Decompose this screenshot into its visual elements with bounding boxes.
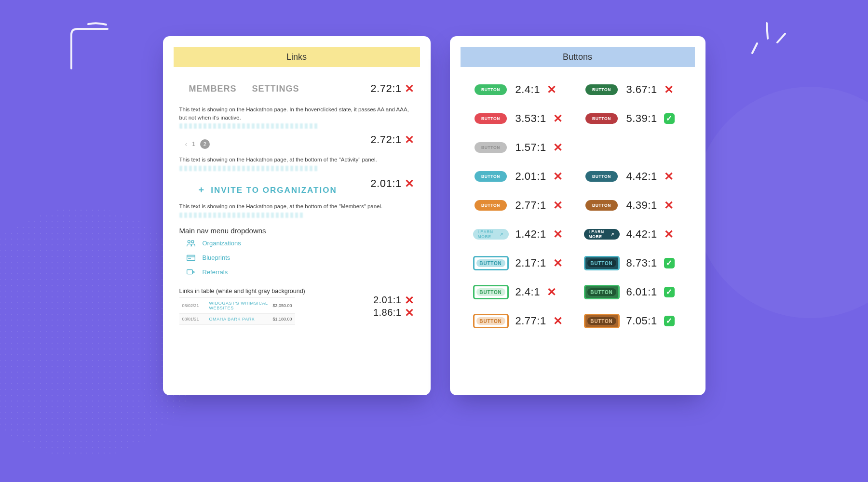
table-price: $1,180.00 <box>272 317 292 321</box>
fail-icon: ✕ <box>405 134 414 146</box>
table-date: 08/02/21 <box>182 303 205 308</box>
fail-icon: ✕ <box>664 171 674 182</box>
button-swatch-cell: LEARN MORE4.42:1✕ <box>584 226 682 242</box>
pager-page-1[interactable]: 1 <box>192 141 195 147</box>
fail-icon: ✕ <box>553 315 563 327</box>
contrast-ratio: 2.01:1 <box>515 170 546 183</box>
nav-icon <box>186 268 196 276</box>
sample-button[interactable]: BUTTON <box>475 200 507 211</box>
fail-icon: ✕ <box>553 200 563 211</box>
buttons-card: Buttons BUTTON2.4:1✕BUTTON3.67:1✕BUTTON3… <box>450 36 705 395</box>
sample-button[interactable]: BUTTON <box>585 171 618 182</box>
table-ratio: 2.01:1 <box>373 295 402 306</box>
invite-label: INVITE TO ORGANIZATION <box>211 186 337 195</box>
pagination-example: ‹ 1 2 <box>179 139 210 149</box>
tabs-ratio: 2.72:1 <box>370 82 401 95</box>
links-table: 08/02/21WIDOGAST'S WHIMSICAL WEBSITES$3,… <box>179 297 295 325</box>
links-card: Links MEMBERS SETTINGS 2.72:1 ✕ This tex… <box>163 36 431 395</box>
button-swatch-cell: BUTTON5.39:1✓ <box>584 110 682 127</box>
svg-point-1 <box>191 240 193 242</box>
fail-icon: ✕ <box>664 200 674 211</box>
contrast-ratio: 2.17:1 <box>515 257 546 269</box>
fail-icon: ✕ <box>405 178 414 189</box>
table-ratio: 1.86:1 <box>373 307 402 318</box>
contrast-ratio: 2.4:1 <box>515 83 540 96</box>
fail-icon: ✕ <box>664 84 674 95</box>
sample-learn-more-button[interactable]: LEARN MORE <box>473 229 509 240</box>
button-swatch-cell: BUTTON2.4:1✕ <box>473 284 571 300</box>
tabs-example: MEMBERS SETTINGS <box>179 84 299 94</box>
contrast-ratio: 1.57:1 <box>515 141 546 154</box>
nav-item-blueprints[interactable]: Blueprints <box>186 254 414 262</box>
redacted-link <box>179 166 319 171</box>
contrast-ratio: 4.42:1 <box>626 228 657 241</box>
redacted-link <box>179 123 319 129</box>
button-swatch-cell: BUTTON3.67:1✕ <box>584 81 682 98</box>
contrast-ratio: 2.4:1 <box>515 286 540 298</box>
nav-icon <box>186 254 196 262</box>
sample-button[interactable]: BUTTON <box>475 142 507 153</box>
button-swatch-cell: BUTTON2.01:1✕ <box>473 168 571 185</box>
fail-icon: ✕ <box>553 257 563 269</box>
sample-button[interactable]: BUTTON <box>473 285 509 299</box>
caption-2: This text is showing on the Hackathon pa… <box>179 156 414 164</box>
contrast-ratio: 3.67:1 <box>626 83 657 96</box>
button-swatch-cell: BUTTON8.73:1✓ <box>584 255 682 271</box>
button-swatch-cell: BUTTON2.77:1✕ <box>473 197 571 214</box>
contrast-ratio: 2.77:1 <box>515 315 546 327</box>
sample-button[interactable]: BUTTON <box>584 256 620 270</box>
fail-icon: ✕ <box>553 228 563 240</box>
sample-button[interactable]: BUTTON <box>585 200 618 211</box>
sample-button[interactable]: BUTTON <box>473 314 509 328</box>
sample-button[interactable]: BUTTON <box>475 84 507 95</box>
sample-button[interactable]: BUTTON <box>584 285 620 299</box>
tab-settings[interactable]: SETTINGS <box>252 84 299 94</box>
sample-learn-more-button[interactable]: LEARN MORE <box>584 229 620 240</box>
nav-heading: Main nav menu dropdowns <box>179 227 414 235</box>
nav-item-label: Organizations <box>203 240 241 247</box>
svg-rect-5 <box>187 269 192 274</box>
sample-button[interactable]: BUTTON <box>585 113 618 124</box>
contrast-ratio: 4.39:1 <box>626 199 657 212</box>
button-swatch-cell: BUTTON6.01:1✓ <box>584 284 682 300</box>
sample-button[interactable]: BUTTON <box>585 84 618 95</box>
contrast-ratio: 4.42:1 <box>626 170 657 183</box>
tab-members[interactable]: MEMBERS <box>189 84 237 94</box>
fail-icon: ✕ <box>547 84 556 95</box>
pager-page-2[interactable]: 2 <box>200 139 210 149</box>
table-link[interactable]: OMAHA BARK PARK <box>205 317 273 321</box>
nav-item-referrals[interactable]: Referrals <box>186 268 414 276</box>
fail-icon: ✕ <box>553 142 563 153</box>
table-row: 08/02/21WIDOGAST'S WHIMSICAL WEBSITES$3,… <box>179 298 295 314</box>
pass-icon: ✓ <box>664 113 675 124</box>
contrast-ratio: 8.73:1 <box>626 257 657 269</box>
invite-link[interactable]: + INVITE TO ORGANIZATION <box>179 185 337 196</box>
contrast-ratio: 5.39:1 <box>626 112 657 125</box>
pager-prev-icon[interactable]: ‹ <box>185 140 188 148</box>
buttons-card-title: Buttons <box>461 47 695 67</box>
nav-item-organizations[interactable]: Organizations <box>186 240 414 247</box>
svg-rect-2 <box>187 255 195 260</box>
contrast-ratio: 7.05:1 <box>626 315 657 327</box>
sample-button[interactable]: BUTTON <box>584 314 620 328</box>
contrast-ratio: 3.53:1 <box>515 112 546 125</box>
sample-button[interactable]: BUTTON <box>475 113 507 124</box>
nav-item-label: Blueprints <box>203 254 231 261</box>
sample-button[interactable]: BUTTON <box>475 171 507 182</box>
fail-icon: ✕ <box>553 113 563 124</box>
button-swatch-cell: BUTTON2.17:1✕ <box>473 255 571 271</box>
button-swatch-cell: BUTTON2.4:1✕ <box>473 81 571 98</box>
table-link[interactable]: WIDOGAST'S WHIMSICAL WEBSITES <box>205 301 273 310</box>
external-link-icon <box>500 232 504 237</box>
svg-point-0 <box>188 240 190 242</box>
contrast-ratio: 6.01:1 <box>626 286 657 298</box>
fail-icon: ✕ <box>664 228 674 240</box>
pass-icon: ✓ <box>664 287 675 297</box>
fail-icon: ✕ <box>405 83 414 94</box>
contrast-ratio: 1.42:1 <box>515 228 546 241</box>
invite-ratio: 2.01:1 <box>370 177 401 190</box>
button-swatch-cell: BUTTON3.53:1✕ <box>473 110 571 127</box>
pass-icon: ✓ <box>664 316 675 326</box>
button-swatch-cell: BUTTON4.42:1✕ <box>584 168 682 185</box>
sample-button[interactable]: BUTTON <box>473 256 509 270</box>
